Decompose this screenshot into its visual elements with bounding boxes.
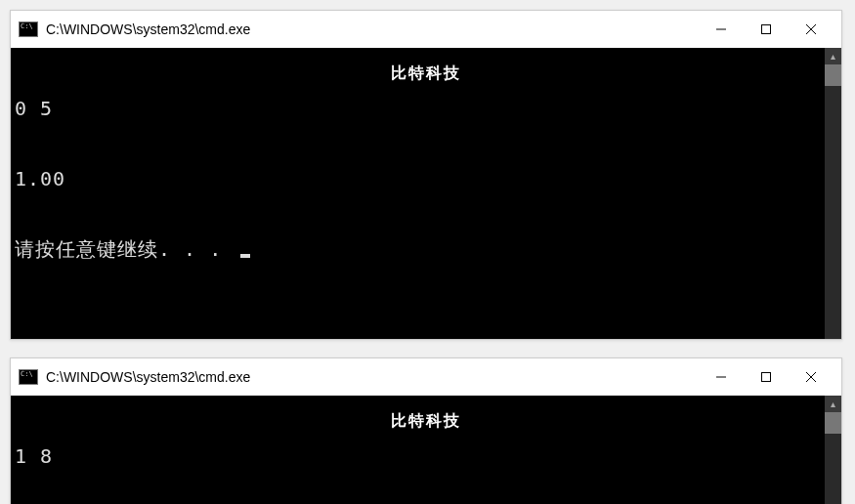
scroll-thumb[interactable] [825, 412, 841, 434]
scrollbar[interactable]: ▴ [825, 396, 841, 504]
console-output: 1 8 8.00 请按任意键继续. . . 比特科技 [11, 396, 841, 504]
close-button[interactable] [789, 364, 834, 390]
scroll-thumb[interactable] [825, 64, 841, 86]
minimize-button[interactable] [699, 17, 744, 42]
scrollbar[interactable]: ▴ [825, 48, 841, 339]
window-title: C:\WINDOWS\system32\cmd.exe [46, 21, 699, 37]
svg-rect-5 [762, 373, 771, 382]
titlebar: C:\WINDOWS\system32\cmd.exe [11, 11, 841, 48]
minimize-button[interactable] [699, 364, 744, 390]
console-output: 0 5 1.00 请按任意键继续. . . 比特科技 [11, 48, 841, 339]
window-controls [699, 17, 834, 42]
maximize-button[interactable] [744, 17, 789, 42]
output-line: 1.00 [15, 167, 837, 190]
close-button[interactable] [789, 17, 834, 42]
console-window: C:\WINDOWS\system32\cmd.exe 0 5 1.00 请按任… [10, 10, 842, 340]
window-controls [699, 364, 834, 390]
titlebar: C:\WINDOWS\system32\cmd.exe [11, 358, 841, 396]
console-window: C:\WINDOWS\system32\cmd.exe 1 8 8.00 请按任… [10, 357, 842, 504]
svg-rect-1 [762, 25, 771, 34]
cursor-icon [240, 254, 250, 258]
output-line: 0 5 [15, 97, 837, 120]
prompt-text: 请按任意键继续. . . [15, 237, 235, 261]
console-wrap: 1 8 8.00 请按任意键继续. . . 比特科技 ▴ [11, 396, 841, 504]
cmd-icon [19, 369, 38, 385]
watermark-text: 比特科技 [391, 62, 461, 85]
maximize-button[interactable] [744, 364, 789, 390]
window-title: C:\WINDOWS\system32\cmd.exe [46, 369, 699, 385]
console-wrap: 0 5 1.00 请按任意键继续. . . 比特科技 ▴ [11, 48, 841, 339]
output-line: 请按任意键继续. . . [15, 237, 837, 261]
watermark-text: 比特科技 [391, 409, 461, 433]
scroll-up-icon[interactable]: ▴ [825, 48, 841, 64]
scroll-up-icon[interactable]: ▴ [825, 396, 841, 412]
output-line: 1 8 [15, 444, 837, 468]
cmd-icon [19, 21, 38, 37]
